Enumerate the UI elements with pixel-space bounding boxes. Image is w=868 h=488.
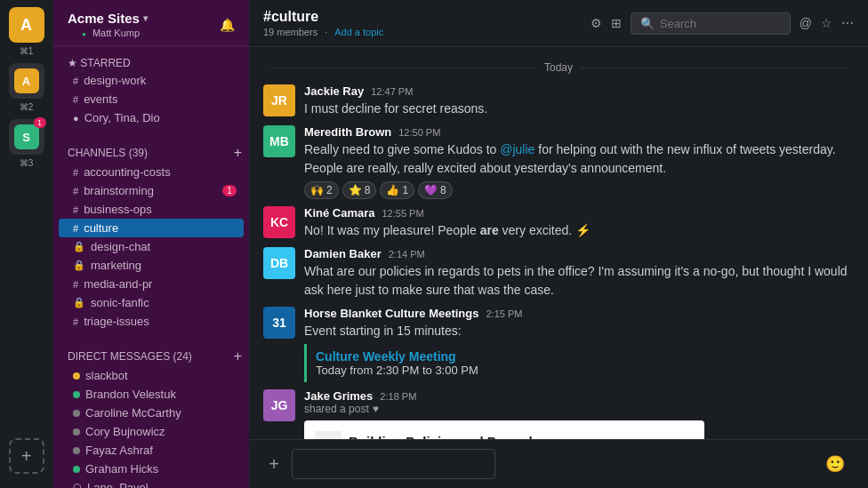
workspace-shortcut-1: ⌘1 [20,46,34,56]
message-jackie-ray: JR Jackie Ray 12:47 PM I must decline fo… [249,81,868,122]
message-content: Damien Baker 2:14 PM What are our polici… [304,247,854,300]
add-attachment-button[interactable]: + [263,453,285,475]
sidebar-item-marketing[interactable]: 🔒 marketing [59,256,244,275]
message-text: Really need to give some Kudos to @julie… [304,140,854,178]
avatar: MB [263,125,295,157]
channel-header-right: ⚙ ⊞ 🔍 @ ☆ ⋯ [591,12,854,35]
reaction-thumbsup[interactable]: 👍 1 [380,181,414,199]
search-input[interactable] [660,17,776,30]
message-jake-grimes: JG Jake Grimes 2:18 PM shared a post ♥ 📄… [249,386,868,439]
sidebar-item-slackbot[interactable]: slackbot [59,366,244,385]
message-author[interactable]: Horse Blanket Culture Meetings [304,307,479,320]
message-time: 12:47 PM [371,86,413,97]
sidebar-item-label: culture [84,221,118,235]
sidebar-item-label: events [84,92,117,106]
reaction-heart[interactable]: 💜 8 [418,181,453,199]
message-calendar-event: 31 Horse Blanket Culture Meetings 2:15 P… [249,303,868,386]
sidebar-item-label: brainstorming [84,184,154,197]
message-content: Meredith Brown 12:50 PM Really need to g… [304,125,854,199]
channel-hash-icon: # [73,204,78,215]
post-document-icon: 📄 [315,431,342,439]
message-text: I must decline for secret reasons. [304,100,854,118]
sidebar-item-triage-issues[interactable]: # triage-issues [59,312,244,331]
layout-icon[interactable]: ⊞ [611,16,622,30]
sidebar-item-graham-hicks[interactable]: Graham Hicks [59,460,244,478]
star-icon[interactable]: ☆ [821,16,832,30]
sidebar-item-fayaz-ashraf[interactable]: Fayaz Ashraf [59,441,244,460]
message-time: 2:15 PM [486,308,523,319]
sidebar-item-design-work[interactable]: # design-work [59,71,244,90]
event-card[interactable]: Culture Weekly Meeting Today from 2:30 P… [304,344,854,382]
sidebar-item-brandon-velestuk[interactable]: Brandon Velestuk [59,385,244,404]
channels-section-header[interactable]: CHANNELS (39) + [53,141,249,163]
channels-label: CHANNELS (39) [68,147,148,159]
workspace-name[interactable]: Acme Sites ▾ [68,11,148,26]
post-card[interactable]: 📄 Building Policies and Procedures Last … [304,420,704,439]
sidebar-item-caroline-mccarthy[interactable]: Caroline McCarthy [59,404,244,422]
sidebar-item-events[interactable]: # events [59,90,244,108]
workspace-shortcut-3: ⌘3 [20,158,34,168]
status-dot-yellow [73,372,80,380]
app-icon-2: A [14,68,39,93]
calendar-avatar: 31 [263,307,295,339]
emoji-picker-button[interactable]: 🙂 [825,454,845,474]
message-input[interactable] [292,449,495,479]
starred-section-header[interactable]: ★ STARRED [53,53,249,71]
sidebar-item-label: Cory, Tina, Dio [84,111,160,124]
message-author[interactable]: Kiné Camara [304,206,374,220]
channel-hash-icon: # [73,76,78,86]
sidebar-item-label: business-ops [84,203,152,216]
sidebar-item-culture[interactable]: # culture [59,219,244,237]
sidebar-header-icons: 🔔 [220,18,235,32]
more-icon[interactable]: ⋯ [841,16,854,30]
workspace-icon[interactable]: A [9,7,44,43]
event-time: Today from 2:30 PM to 3:00 PM [316,364,845,377]
message-content: Jake Grimes 2:18 PM shared a post ♥ 📄 Bu… [304,389,854,439]
sidebar-item-label: Caroline McCarthy [85,406,181,420]
sidebar-item-accounting-costs[interactable]: # accounting-costs [59,163,244,181]
message-text: What are our policies in regards to pets… [304,262,854,300]
message-time: 2:18 PM [380,391,416,402]
avatar: KC [263,206,295,238]
workspace-app-3[interactable]: S 1 [9,119,44,155]
sidebar-item-design-chat[interactable]: 🔒 design-chat [59,237,244,256]
notification-icon[interactable]: 🔔 [220,18,235,32]
mention-julie[interactable]: @julie [500,142,534,156]
message-author[interactable]: Meredith Brown [304,125,391,139]
channel-title: #culture [263,9,383,25]
sidebar-header: Acme Sites ▾ Matt Kump 🔔 [53,0,249,46]
main-content: #culture 19 members · Add a topic ⚙ ⊞ 🔍 … [249,0,868,488]
workspace-shortcut-2: ⌘2 [20,102,34,112]
sidebar-item-brainstorming[interactable]: # brainstorming 1 [59,181,244,200]
sidebar-item-label: Cory Bujnowicz [85,425,165,438]
add-channel-button[interactable]: + [234,145,242,161]
event-name[interactable]: Culture Weekly Meeting [316,349,845,364]
sidebar-item-cory-bujnowicz[interactable]: Cory Bujnowicz [59,422,244,441]
sidebar-item-sonic-fanfic[interactable]: 🔒 sonic-fanfic [59,293,244,312]
avatar: DB [263,247,295,279]
message-author[interactable]: Damien Baker [304,247,382,260]
sidebar-item-business-ops[interactable]: # business-ops [59,200,244,219]
workspace-dropdown-arrow: ▾ [143,13,148,23]
sidebar-item-lane-pavel[interactable]: ⬡ Lane, Pavel [59,478,244,488]
reaction-hands[interactable]: 🙌 2 [304,181,339,199]
sidebar-item-cory-tina-dio[interactable]: ● Cory, Tina, Dio [59,108,244,127]
meta-separator: · [325,27,327,37]
status-dot-grey [73,447,80,454]
add-topic-link[interactable]: Add a topic [334,27,383,37]
at-icon[interactable]: @ [800,16,812,30]
message-header: Jackie Ray 12:47 PM [304,84,854,98]
direct-messages-section-header[interactable]: DIRECT MESSAGES (24) + [53,345,249,366]
sidebar-item-media-and-pr[interactable]: # media-and-pr [59,275,244,293]
channel-hash-icon: # [73,223,78,234]
workspace-app-2[interactable]: A [9,63,44,99]
reaction-star[interactable]: ⭐ 8 [342,181,377,199]
add-dm-button[interactable]: + [234,348,242,364]
message-author[interactable]: Jake Grimes [304,389,373,403]
app-icon-3: S [14,124,39,149]
message-author[interactable]: Jackie Ray [304,84,364,98]
gear-icon[interactable]: ⚙ [591,16,602,30]
add-workspace-button[interactable]: + [9,438,44,474]
input-area: + 🙂 [249,439,868,488]
lock-icon: 🔒 [73,241,85,252]
